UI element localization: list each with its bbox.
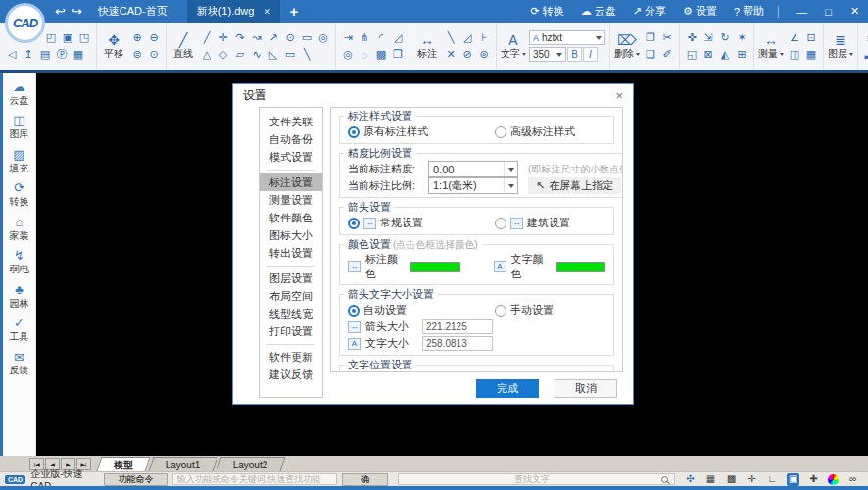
fillet-icon[interactable]: ◜ xyxy=(373,30,389,45)
polyline-icon[interactable]: ↗ xyxy=(265,30,281,45)
command-list-button[interactable]: 功能命令表 xyxy=(104,473,167,486)
measure-area-icon[interactable]: ◫ xyxy=(787,47,802,62)
command-search-input[interactable] xyxy=(172,473,337,485)
dim-diameter-icon[interactable]: ⊚ xyxy=(476,47,492,62)
layer-tool-button[interactable]: ≣ 图层 xyxy=(828,33,853,59)
cloud-button[interactable]: ☁ 云盘 xyxy=(581,4,616,19)
clip-icon[interactable]: ◱ xyxy=(684,47,699,62)
measure-table-icon[interactable]: ▦ xyxy=(803,47,819,62)
radio-advanced-style[interactable]: 高级标注样式 xyxy=(495,124,575,139)
triangle-icon[interactable]: △ xyxy=(199,47,215,62)
dialog-close-icon[interactable]: × xyxy=(615,89,623,102)
dim-linear-icon[interactable]: ⊦ xyxy=(476,30,492,45)
link-icon[interactable]: ∞ xyxy=(846,473,859,486)
pick-on-screen-button[interactable]: ↖ 在屏幕上指定 xyxy=(528,177,621,194)
settings-menu-item[interactable]: 模式设置 xyxy=(260,148,322,166)
share-button[interactable]: ↗ 分享 xyxy=(633,4,666,19)
bold-button[interactable]: B xyxy=(567,47,582,62)
italic-button[interactable]: I xyxy=(583,47,598,62)
crosshair-icon[interactable]: ✚ xyxy=(807,473,820,486)
sidebar-item-home-design[interactable]: ⌂ 家装 xyxy=(10,216,29,241)
ellipse-icon[interactable]: ◎ xyxy=(315,30,331,45)
cut-icon[interactable]: ✂ xyxy=(659,30,675,45)
tab-close-icon[interactable]: × xyxy=(264,5,270,19)
settings-menu-item[interactable]: 标注设置 xyxy=(260,173,322,191)
block-icon[interactable]: ❒ xyxy=(390,47,406,62)
dim-angular-icon[interactable]: ◿ xyxy=(459,30,475,45)
color-wheel-icon[interactable] xyxy=(828,474,839,485)
dim-delete-icon[interactable]: ✕ xyxy=(443,47,458,62)
snap-grid-icon[interactable]: ▩ xyxy=(725,473,738,486)
radio-manual-size[interactable]: 手动设置 xyxy=(495,303,554,318)
erase-tool-button[interactable]: ⌦ 删除 xyxy=(614,33,640,59)
dim-color-swatch[interactable] xyxy=(410,262,459,272)
print-icon[interactable]: ▤ xyxy=(37,47,53,62)
text-color-swatch[interactable] xyxy=(556,262,605,272)
stamp-icon[interactable]: ⊠ xyxy=(700,47,716,62)
new-tab-button[interactable]: + xyxy=(289,4,298,19)
hatch-icon[interactable]: ▩ xyxy=(373,47,389,62)
document-tab[interactable]: 新块(1).dwg × xyxy=(187,0,281,23)
ortho-mode-icon[interactable]: ∟ xyxy=(766,473,779,486)
revcloud-icon[interactable]: ↝ xyxy=(249,30,265,45)
radio-normal-arrow[interactable]: ↔ 常规设置 xyxy=(348,216,495,230)
polygon-icon[interactable]: ◇ xyxy=(216,47,231,62)
settings-menu-item[interactable]: 转出设置 xyxy=(260,244,322,262)
line-icon[interactable]: ╱ xyxy=(199,30,215,45)
sidebar-item-electrical[interactable]: ↯ 弱电 xyxy=(10,249,29,274)
convert-button[interactable]: ⟳ 转换 xyxy=(531,4,564,19)
export-icon[interactable]: ↥ xyxy=(21,47,36,62)
grid-display-icon[interactable]: ▦ xyxy=(704,473,717,486)
circle-icon[interactable]: ⊙ xyxy=(282,30,298,45)
rectangle-icon[interactable]: ▭ xyxy=(299,30,314,45)
parallelogram-icon[interactable]: ▱ xyxy=(232,47,248,62)
settings-menu-item[interactable]: 自动备份 xyxy=(260,130,322,148)
drawing-canvas[interactable]: 设置 × 文件关联 自动备份 模式设置 标注设置 xyxy=(36,73,868,456)
cancel-button[interactable]: 取消 xyxy=(555,379,617,398)
settings-menu-item[interactable]: 建议反馈 xyxy=(260,366,322,383)
document-tab[interactable]: 快速CAD-首页 xyxy=(88,0,187,23)
point-icon[interactable]: ✛ xyxy=(216,30,231,45)
sidebar-item-gallery[interactable]: ◫ 图库 xyxy=(10,114,29,139)
snap-3d-icon[interactable]: ✣ xyxy=(684,473,697,486)
font-select[interactable]: A hztxt xyxy=(529,30,605,45)
forward-arrow-icon[interactable]: ↪ xyxy=(72,5,82,18)
radio-architectural-arrow[interactable]: ↔ 建筑设置 xyxy=(495,216,570,230)
layout-tab[interactable]: Layout1 xyxy=(149,457,217,471)
polar-tracking-icon[interactable]: ✛ xyxy=(746,473,758,486)
extend-icon[interactable]: ⋔ xyxy=(357,30,372,45)
maximize-button[interactable]: □ xyxy=(815,0,842,23)
radio-auto-size[interactable]: 自动设置 xyxy=(348,303,495,318)
close-button[interactable]: ✕ xyxy=(842,0,868,23)
confirm-button[interactable]: 确定 xyxy=(342,473,388,486)
dynamic-input-icon[interactable]: ▣ xyxy=(787,473,799,486)
arc-icon[interactable]: ↷ xyxy=(232,30,248,45)
mirror-icon[interactable]: ◭ xyxy=(717,47,733,62)
layout-tab[interactable]: Layout2 xyxy=(216,457,284,471)
sidebar-item-tools[interactable]: ✓ 工具 xyxy=(10,317,29,342)
settings-menu-item[interactable]: 文件关联 xyxy=(260,113,322,130)
settings-menu-item[interactable]: 线型线宽 xyxy=(260,305,322,322)
linewidth-icon[interactable]: ▬ xyxy=(862,47,868,62)
back-arrow-icon[interactable]: ↩ xyxy=(55,5,66,18)
text-tool-button[interactable]: A 文字 xyxy=(501,33,526,59)
pdf-icon[interactable]: Ⓟ xyxy=(54,47,70,62)
trapezoid-icon[interactable]: ◺ xyxy=(265,47,281,62)
zoom-out-icon[interactable]: ⊖ xyxy=(146,30,162,45)
ray-icon[interactable]: ╲ xyxy=(299,47,314,62)
save-as-icon[interactable]: ◳ xyxy=(76,30,92,45)
explode-icon[interactable]: ✶ xyxy=(734,30,749,45)
help-button[interactable]: ? 帮助 xyxy=(734,4,764,19)
radio-original-style[interactable]: 原有标注样式 xyxy=(348,124,495,139)
text-size-input[interactable] xyxy=(422,336,493,351)
move-icon[interactable]: ✜ xyxy=(684,30,699,45)
minimize-button[interactable]: — xyxy=(789,0,815,23)
settings-menu-item[interactable]: 测量设置 xyxy=(260,191,322,209)
spline-icon[interactable]: ∿ xyxy=(249,47,265,62)
measure-count-icon[interactable]: ⊡ xyxy=(803,30,819,45)
save-icon[interactable]: ▣ xyxy=(60,30,75,45)
sidebar-item-landscape[interactable]: ♣ 园林 xyxy=(10,283,29,309)
settings-menu-item[interactable]: 软件颜色 xyxy=(260,209,322,226)
rotate-icon[interactable]: ↻ xyxy=(717,30,733,45)
layout-tab[interactable]: 模型 xyxy=(97,457,151,471)
